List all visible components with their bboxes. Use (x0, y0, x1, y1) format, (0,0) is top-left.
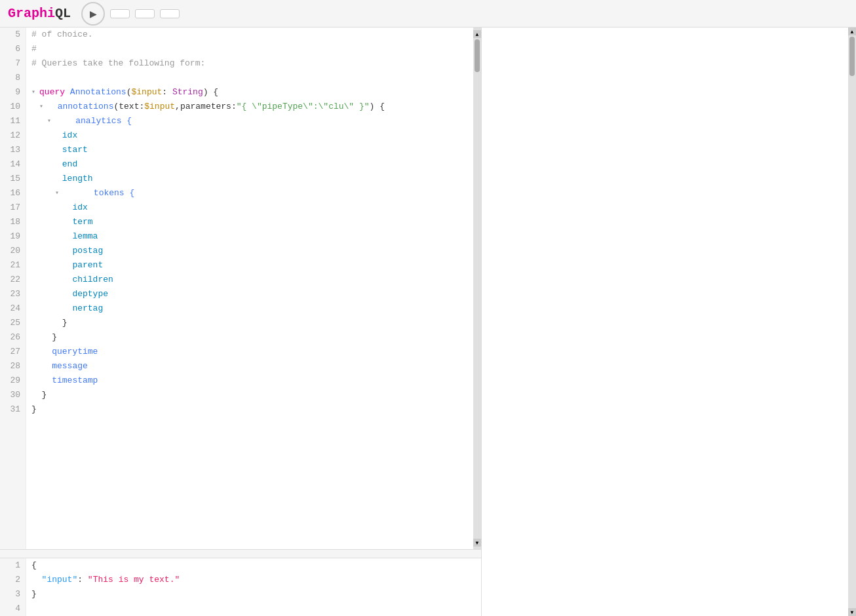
collapse-arrow[interactable]: ▾ (31, 186, 63, 201)
line-number: 19 (5, 229, 20, 244)
code-line: } (31, 388, 473, 402)
code-line: nertag (31, 301, 473, 316)
collapse-arrow[interactable]: ▾ (31, 114, 55, 128)
scroll-down[interactable]: ▼ (473, 539, 481, 547)
line-number: 31 (5, 402, 20, 417)
code-line: ▾ tokens { (31, 186, 473, 201)
result-scroll-thumb[interactable] (849, 37, 855, 76)
code-line: term (31, 215, 473, 229)
qv-line-number: 1 (5, 558, 20, 573)
code-token: } (31, 402, 37, 417)
query-editor[interactable]: 5678910111213141516171819202122232425262… (0, 28, 481, 549)
code-token: annotations (47, 100, 113, 114)
line-number: 15 (5, 172, 20, 186)
code-token: } (31, 316, 68, 330)
line-number: 10 (5, 100, 20, 114)
editor-scroll[interactable]: 5678910111213141516171819202122232425262… (0, 28, 481, 549)
query-variables-header[interactable] (0, 550, 481, 558)
history-button[interactable] (160, 9, 180, 18)
qv-code[interactable]: { "input": "This is my text."} (26, 558, 481, 616)
qv-code-line: "input": "This is my text." (31, 573, 481, 587)
code-line: start (31, 143, 473, 157)
docs-button[interactable] (830, 10, 848, 18)
app-logo: GraphiQL (8, 6, 71, 21)
code-token: # (31, 42, 37, 56)
run-button[interactable]: ▶ (81, 2, 105, 26)
code-token: nertag (31, 301, 103, 316)
code-token: children (31, 273, 113, 287)
code-line: postag (31, 244, 473, 258)
collapse-arrow[interactable]: ▾ (31, 85, 39, 100)
code-token: $input (131, 85, 162, 100)
line-number: 21 (5, 258, 20, 273)
qv-editor-inner[interactable]: 1234 { "input": "This is my text."} (0, 558, 481, 616)
scroll-up[interactable]: ▲ (473, 30, 481, 38)
code-line: } (31, 330, 473, 345)
qv-code-line: } (31, 587, 481, 602)
result-scroll-down[interactable]: ▼ (848, 608, 856, 616)
line-number: 17 (5, 201, 20, 215)
code-line: # of choice. (31, 28, 473, 42)
code-line: # Queries take the following form: (31, 56, 473, 71)
line-number: 9 (5, 85, 20, 100)
code-line: querytime (31, 345, 473, 359)
toolbar: GraphiQL ▶ (0, 0, 856, 28)
qv-token: } (31, 587, 37, 602)
qv-token (31, 573, 42, 587)
result-area[interactable]: ▲ ▼ (482, 28, 856, 616)
code-line: length (31, 172, 473, 186)
code-token: message (31, 359, 88, 374)
line-number: 8 (5, 71, 20, 85)
query-variables-editor[interactable]: 1234 { "input": "This is my text."} (0, 558, 481, 616)
collapse-arrow[interactable]: ▾ (31, 100, 47, 114)
left-panel: 5678910111213141516171819202122232425262… (0, 28, 482, 616)
line-number: 25 (5, 316, 20, 330)
line-number: 22 (5, 273, 20, 287)
line-number: 20 (5, 244, 20, 258)
line-number: 24 (5, 301, 20, 316)
code-token: Annotations (70, 85, 126, 100)
code-token: idx (31, 128, 77, 143)
code-line: children (31, 273, 473, 287)
code-token: lemma (31, 229, 98, 244)
line-number: 29 (5, 374, 20, 388)
merge-button[interactable] (135, 9, 155, 18)
qv-line-number: 4 (5, 602, 20, 616)
prettify-button[interactable] (110, 9, 130, 18)
code-line: } (31, 402, 473, 417)
code-content[interactable]: # of choice.## Queries take the followin… (26, 28, 473, 549)
result-scroll-up[interactable]: ▲ (848, 28, 856, 35)
qv-token: : (77, 573, 88, 587)
code-line: ▾ analytics { (31, 114, 473, 128)
scroll-thumb[interactable] (475, 39, 480, 72)
code-token: # Queries take the following form: (31, 56, 205, 71)
line-number: 27 (5, 345, 20, 359)
code-token: term (31, 215, 93, 229)
line-number: 13 (5, 143, 20, 157)
code-token: querytime (31, 345, 98, 359)
editor-scrollbar[interactable]: ▲ ▼ (473, 28, 481, 549)
line-number: 6 (5, 42, 20, 56)
code-token: tokens { (63, 186, 134, 201)
code-line: deptype (31, 287, 473, 301)
code-token: } (31, 330, 57, 345)
code-line: # (31, 42, 473, 56)
code-line (31, 71, 473, 85)
qv-line-number: 3 (5, 587, 20, 602)
qv-token: "input" (42, 573, 78, 587)
qv-line-numbers: 1234 (0, 558, 26, 616)
qv-code-line (31, 602, 481, 616)
line-number: 16 (5, 186, 20, 201)
qv-token: { (31, 558, 37, 573)
line-number: 18 (5, 215, 20, 229)
line-number: 12 (5, 128, 20, 143)
line-number: 23 (5, 287, 20, 301)
line-number: 26 (5, 330, 20, 345)
code-line: timestamp (31, 374, 473, 388)
code-token: end (31, 157, 77, 172)
query-variables-section: 1234 { "input": "This is my text."} (0, 549, 481, 616)
code-token: String (172, 85, 203, 100)
line-number: 14 (5, 157, 20, 172)
line-number: 5 (5, 28, 20, 42)
result-scrollbar[interactable]: ▲ ▼ (848, 28, 856, 616)
